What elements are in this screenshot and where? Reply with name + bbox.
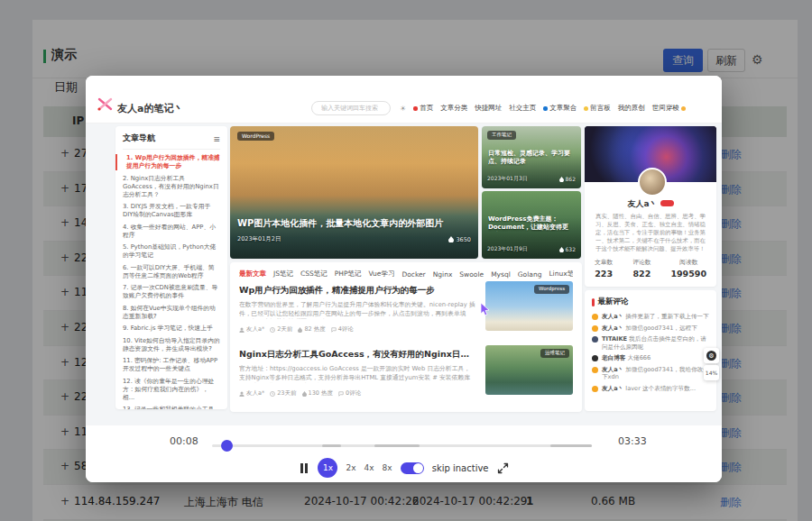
stat-value: 199590: [670, 269, 706, 279]
article-nav-item[interactable]: 7. 记录一次CDN被恶意刷流量、导致账户欠费停机的事件: [123, 284, 220, 300]
timeline-inactive-segment: [374, 444, 420, 447]
nav-item-aggregate[interactable]: 文章聚合: [543, 104, 577, 113]
tab-golang[interactable]: Golang: [518, 270, 542, 279]
home-icon: [413, 106, 418, 111]
side-card-date: 2023年01月3日: [487, 175, 528, 183]
side-card-title: 日常巡检、灵感记录、学习要点、持续记录: [488, 150, 575, 166]
nav-item-guestbook[interactable]: 留言板: [584, 104, 611, 113]
pause-button[interactable]: [299, 462, 309, 475]
timeline-track[interactable]: [212, 444, 592, 447]
article-nav-item[interactable]: 6. 一款可以DIY大屏、手机端、简历等任意二维页面的Web程序: [123, 264, 220, 280]
article-comments: 0评论: [346, 389, 361, 398]
comments-title: 最新评论: [598, 297, 629, 307]
nav-item-original[interactable]: 我的原创: [618, 104, 645, 113]
skip-inactive-label: skip inactive: [432, 463, 489, 473]
widget-percent-button[interactable]: 14%: [704, 365, 719, 380]
player-controller: 00:08 03:33 1x 2x 4x 8x skip inactive: [86, 425, 722, 482]
side-card-title: WordPress免费主题：Document，让建站变得更加方便: [488, 215, 575, 232]
fullscreen-button[interactable]: [497, 462, 509, 474]
theme-sun-icon[interactable]: ☀: [400, 105, 406, 113]
speed-1x-button[interactable]: 1x: [318, 458, 337, 478]
speed-8x-button[interactable]: 8x: [383, 463, 392, 472]
article-nav-item[interactable]: 12. 读《你的童年是一生的心理处方：如何疗愈我们内在的伤》，相...: [123, 378, 220, 402]
tab-js[interactable]: JS笔记: [273, 270, 293, 279]
stat-value: 223: [595, 269, 613, 279]
article-thumb[interactable]: 运维笔记: [485, 345, 573, 395]
tab-php[interactable]: PHP笔记: [335, 270, 362, 279]
skip-inactive-toggle[interactable]: [401, 462, 424, 474]
speed-4x-button[interactable]: 4x: [364, 463, 374, 472]
search-input[interactable]: [319, 104, 386, 113]
hero-title: WP图片本地化插件，批量本地化文章内的外部图片: [237, 217, 471, 230]
article-nav-item[interactable]: 5. Python基础知识，Python大佬的学习笔记: [123, 243, 220, 260]
tab-mysql[interactable]: Mysql: [491, 270, 511, 279]
comment-avatar: [592, 386, 598, 392]
article-title: Nginx日志分析工具GoAccess，有没有好用的Nginx日志分析工具？: [239, 349, 475, 361]
thumb-badge: 运维笔记: [540, 349, 569, 358]
tab-swoole[interactable]: Swoole: [459, 270, 484, 279]
comment-item[interactable]: TITAIKE 我后台点击插件是空白的，请问是什么原因呢: [592, 335, 709, 351]
article-time: 23天前: [277, 389, 296, 398]
tab-vue[interactable]: Vue学习: [368, 270, 394, 279]
comment-item[interactable]: 友人a丶 加微信good7341，远程下: [592, 324, 709, 333]
article-nav-item[interactable]: 11. 密码保护: 工作记录、移动APP开发过程中的一些关键点: [123, 357, 220, 373]
widget-gear-button[interactable]: ⚙: [704, 348, 719, 363]
article-excerpt: 官方地址：https://goaccess.io GoAccess 是一款开源的…: [239, 365, 475, 383]
nav-item-time-travel[interactable]: 世间穿梭: [652, 104, 686, 113]
latest-comments-card: 最新评论 友人a丶 插件更新了，重新下载上传一下 友人a丶 加微信good734…: [585, 290, 716, 411]
side-card-views: 862: [566, 176, 576, 182]
comment-avatar: [592, 325, 598, 332]
comment-item[interactable]: 老白博客 大佬666: [592, 354, 709, 362]
comment-author: 老白博客: [602, 354, 625, 361]
tab-nginx[interactable]: Nginx: [433, 270, 453, 279]
article-nav-item[interactable]: 2. Nginx日志分析工具GoAccess，有没有好用的Nginx日志分析工具…: [123, 175, 220, 199]
article-item[interactable]: Wp用户行为回放插件，精准捕捉用户行为的每一步 在数字营销的世界里，了解用户行为…: [239, 285, 475, 334]
nav-item-categories[interactable]: 文章分类: [440, 104, 467, 113]
comment-avatar: [592, 336, 598, 343]
nav-item-home[interactable]: 首页: [413, 104, 433, 113]
comment-item[interactable]: 友人a丶 加微信good7341，我给你改一下xdn: [592, 366, 709, 381]
side-post-card[interactable]: 工作笔记 日常巡检、灵感记录、学习要点、持续记录 2023年01月3日 862: [482, 126, 581, 188]
nav-item-social[interactable]: 社交主页: [509, 104, 536, 113]
hero-post-card[interactable]: WordPress WP图片本地化插件，批量本地化文章内的外部图片 2023年0…: [230, 126, 478, 259]
article-nav-item[interactable]: 9. Fabric.js 学习笔记，快速上手: [123, 324, 220, 333]
speed-2x-button[interactable]: 2x: [346, 463, 355, 472]
article-item[interactable]: Nginx日志分析工具GoAccess，有没有好用的Nginx日志分析工具？ 官…: [239, 349, 475, 398]
stat-value: 822: [632, 269, 651, 279]
hamburger-icon[interactable]: ≡: [213, 134, 220, 143]
hero-badge: WordPress: [237, 132, 274, 141]
timeline-inactive-segment: [550, 444, 592, 447]
tab-docker[interactable]: Docker: [401, 270, 425, 279]
comments-title-accent: [592, 298, 595, 306]
article-nav-title: 文章导航: [123, 133, 155, 144]
aggregate-icon: [543, 106, 548, 111]
tab-latest[interactable]: 最新文章: [239, 270, 266, 279]
total-time: 03:33: [618, 435, 647, 447]
flame-icon: [298, 327, 302, 333]
comment-item[interactable]: 友人a丶 插件更新了，重新下载上传一下: [592, 313, 709, 321]
profile-badge: [660, 200, 674, 206]
blog-logo-icon: [97, 96, 114, 113]
timeline-thumb[interactable]: [221, 440, 233, 452]
article-nav-item[interactable]: 3. DIY.JS 开发文档，一款专用于DIY绘制的Canvas图形库: [123, 203, 220, 219]
article-nav-card: 文章导航 ≡ 1. Wp用户行为回放插件，精准捕捉用户行为的每一步 2. Ngi…: [115, 126, 227, 409]
article-thumb[interactable]: Wordpress: [485, 281, 573, 331]
comment-author: 友人a丶: [602, 385, 623, 392]
tab-css[interactable]: CSS笔记: [300, 270, 328, 279]
tab-linux[interactable]: Linux笔记...: [549, 270, 573, 279]
comment-item[interactable]: 友人a丶 laver 这个表情的字节数...: [592, 385, 709, 393]
article-nav-item[interactable]: 1. Wp用户行为回放插件，精准捕捉用户行为的每一步: [115, 154, 220, 170]
profile-name: 友人a丶: [585, 198, 716, 210]
blog-search[interactable]: [311, 101, 391, 115]
article-nav-item[interactable]: 8. 如何在Vue中实现单个组件的动态重新加载?: [123, 305, 220, 321]
nav-item-links[interactable]: 快捷网址: [475, 104, 502, 113]
article-nav-item[interactable]: 4. 收集一些好看的网站、APP、小程序: [123, 224, 220, 240]
profile-bio: 真实、随性、自由、自信、思辨、思考、学习、反思、美食、正念、独立自主、情绪稳定，…: [595, 213, 706, 252]
article-nav-item[interactable]: 13. 记录一些和我相关联的小工具及功能: [123, 406, 220, 409]
profile-avatar[interactable]: [638, 168, 667, 197]
comment-author: TITAIKE: [602, 335, 627, 343]
article-nav-item[interactable]: 10. Vite如何自动导入指定目录内的静态资源文件，并生成导出模块?: [123, 337, 220, 353]
side-post-card[interactable]: WordPress免费主题：Document，让建站变得更加方便 2023年01…: [482, 191, 581, 259]
screen: 演示 查询 刷新 ⚙ 日期 IP +27.2删除 +171删除 +14.1删除 …: [0, 0, 812, 521]
widget-percent: 14%: [706, 370, 717, 376]
